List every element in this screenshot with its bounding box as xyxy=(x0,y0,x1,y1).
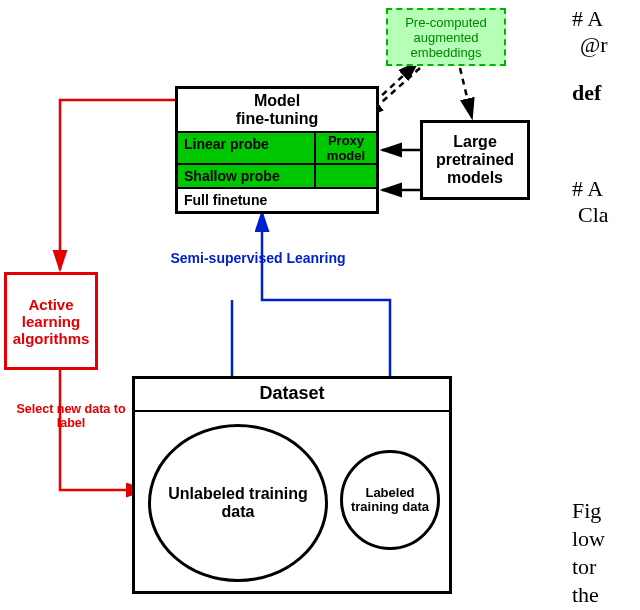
model-ft-title: Model fine-tuning xyxy=(178,89,376,131)
code-hash-2: # A xyxy=(572,176,603,202)
active-learning-label: Active learning algorithms xyxy=(11,296,91,347)
text-the: the xyxy=(572,582,599,608)
proxy-l2: model xyxy=(327,148,365,163)
model-ft-title-l1: Model xyxy=(254,92,300,109)
active-learning-box: Active learning algorithms xyxy=(4,272,98,370)
large-pretrained-models-box: Large pretrained models xyxy=(420,120,530,200)
dataset-title: Dataset xyxy=(135,379,449,412)
model-finetuning-box: Model fine-tuning Linear probe Proxymode… xyxy=(175,86,379,214)
proxy-model-box-cont xyxy=(316,165,376,187)
full-finetune: Full finetune xyxy=(178,187,376,211)
code-at: @r xyxy=(580,32,608,58)
shallow-probe: Shallow probe xyxy=(178,165,316,187)
code-def: def xyxy=(572,80,601,106)
precomputed-embeddings-box: Pre-computed augmented embeddings xyxy=(386,8,506,66)
code-hash-1: # A xyxy=(572,6,603,32)
text-fig: Fig xyxy=(572,498,601,524)
code-cla: Cla xyxy=(578,202,609,228)
proxy-l1: Proxy xyxy=(328,133,364,148)
labeled-label: Labeled training data xyxy=(343,486,437,514)
select-data-edge-label: Select new data to label xyxy=(16,402,126,430)
text-tor: tor xyxy=(572,554,596,580)
proxy-model-box: Proxymodel xyxy=(316,133,376,163)
precomputed-label: Pre-computed augmented embeddings xyxy=(390,15,502,60)
model-ft-title-l2: fine-tuning xyxy=(236,110,319,127)
linear-probe: Linear probe xyxy=(178,133,316,163)
unlabeled-data-circle: Unlabeled training data xyxy=(148,424,328,582)
large-pm-label: Large pretrained models xyxy=(427,133,523,187)
text-low: low xyxy=(572,526,605,552)
ssl-edge-label: Semi-supervised Leanring xyxy=(148,250,368,266)
labeled-data-circle: Labeled training data xyxy=(340,450,440,550)
unlabeled-label: Unlabeled training data xyxy=(151,485,325,521)
